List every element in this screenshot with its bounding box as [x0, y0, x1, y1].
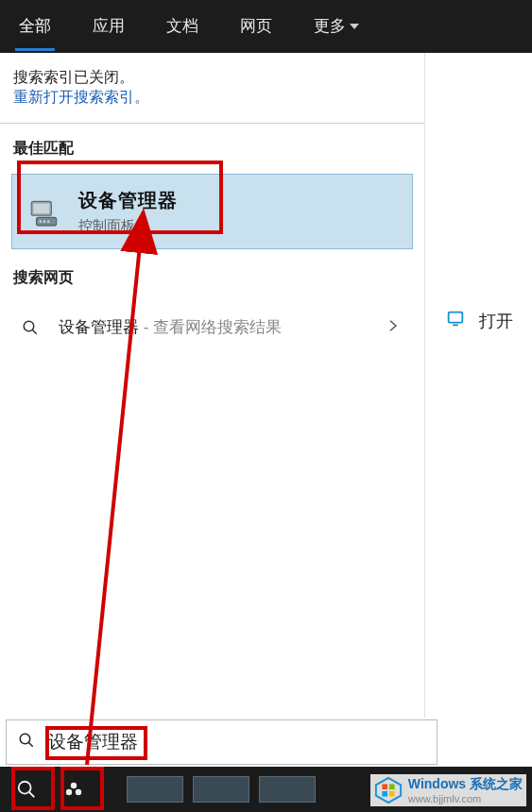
- index-off-text: 搜索索引已关闭。: [13, 68, 411, 88]
- taskbar-app-button[interactable]: [51, 767, 96, 812]
- windows-logo-icon: [374, 776, 403, 804]
- tab-all[interactable]: 全部: [15, 2, 55, 51]
- search-bar[interactable]: [6, 719, 438, 765]
- svg-rect-8: [448, 313, 462, 323]
- svg-point-15: [66, 789, 72, 795]
- svg-point-10: [20, 734, 30, 744]
- reopen-index-link[interactable]: 重新打开搜索索引。: [13, 89, 149, 105]
- best-match-header: 最佳匹配: [0, 129, 424, 168]
- watermark-title: Windows 系统之家: [408, 776, 523, 793]
- svg-point-3: [39, 220, 42, 223]
- tab-more[interactable]: 更多: [310, 2, 363, 51]
- web-search-header: 搜索网页: [0, 259, 424, 297]
- svg-point-12: [19, 782, 31, 794]
- svg-rect-21: [389, 791, 395, 797]
- search-icon: [18, 732, 35, 753]
- svg-point-14: [71, 783, 77, 788]
- svg-point-16: [76, 789, 81, 795]
- results-panel: 搜索索引已关闭。 重新打开搜索索引。 最佳匹配 设: [0, 53, 425, 718]
- search-icon: [17, 319, 43, 336]
- taskbar-window-thumb[interactable]: [193, 776, 249, 803]
- web-result-text: 设备管理器 - 查看网络搜索结果: [59, 316, 369, 338]
- svg-line-7: [32, 330, 37, 334]
- svg-point-6: [24, 321, 34, 331]
- svg-line-11: [28, 742, 33, 747]
- divider: [0, 123, 424, 124]
- best-match-title: 设备管理器: [78, 188, 178, 213]
- svg-point-5: [47, 220, 50, 223]
- svg-rect-18: [382, 784, 387, 789]
- best-match-result[interactable]: 设备管理器 控制面板: [11, 174, 413, 249]
- open-action[interactable]: 打开: [445, 308, 513, 333]
- chevron-right-icon[interactable]: [385, 317, 407, 338]
- search-tabs: 全部 应用 文档 网页 更多: [0, 0, 532, 53]
- details-panel: 打开: [425, 53, 532, 718]
- device-manager-icon: [27, 195, 61, 228]
- index-notice: 搜索索引已关闭。 重新打开搜索索引。: [0, 53, 424, 117]
- tab-more-label: 更多: [314, 15, 346, 37]
- tab-web[interactable]: 网页: [236, 2, 276, 51]
- chevron-down-icon: [350, 24, 359, 29]
- taskbar-window-thumb[interactable]: [127, 776, 183, 803]
- best-match-subtitle: 控制面板: [78, 217, 178, 235]
- web-result-query: 设备管理器: [59, 318, 139, 336]
- web-search-result[interactable]: 设备管理器 - 查看网络搜索结果: [11, 307, 413, 347]
- svg-rect-1: [33, 204, 49, 214]
- watermark: Windows 系统之家 www.bjjmlv.com: [370, 774, 526, 806]
- open-icon: [445, 308, 466, 333]
- watermark-url: www.bjjmlv.com: [408, 793, 523, 804]
- web-result-suffix: - 查看网络搜索结果: [139, 318, 282, 336]
- svg-line-13: [29, 792, 35, 798]
- svg-marker-17: [376, 778, 401, 803]
- taskbar-window-thumb[interactable]: [259, 776, 316, 803]
- svg-rect-19: [389, 784, 395, 789]
- taskbar-search-button[interactable]: [4, 767, 49, 812]
- svg-rect-20: [382, 791, 387, 797]
- tab-apps[interactable]: 应用: [89, 2, 129, 51]
- tab-docs[interactable]: 文档: [163, 2, 202, 51]
- svg-point-4: [43, 220, 46, 223]
- open-label: 打开: [479, 310, 513, 332]
- search-input[interactable]: [48, 732, 425, 753]
